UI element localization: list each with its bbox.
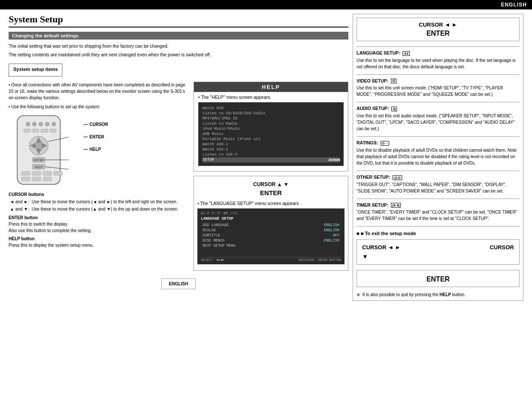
video-setup-title: VIDEO SETUP: ⊡ (357, 78, 520, 84)
lang-label-2: SUBTITLE (203, 233, 220, 238)
to-exit-title: ■ To exit the setup mode (357, 231, 520, 236)
help-bullet: • The "HELP" menu screen appears. (198, 95, 344, 100)
language-setup-text: Use this to set the language to be used … (357, 57, 520, 70)
help-header: HELP (194, 82, 348, 92)
other-setup-text: "TRIGGER OUT", "CAPTIONS", "WALL PAPER",… (357, 181, 520, 194)
exit-cursor-label: CURSOR ◄ ► (362, 244, 400, 251)
svg-rect-21 (32, 171, 41, 175)
menu-item-8: Watch AUX-2 (203, 147, 339, 152)
lang-label-1: DIALOG (203, 228, 216, 233)
divider-2 (357, 74, 520, 75)
exit-enter-label: ENTER (362, 275, 514, 283)
menu-item-7: Watch AUX-1 (203, 142, 339, 147)
cursor-top-row: CURSOR ◄ ► (362, 21, 514, 28)
cursor-top-box: CURSOR ◄ ► ENTER (357, 18, 520, 41)
video-setup-icon: ⊡ (391, 79, 397, 83)
language-setup-section: LANGUAGE SETUP: A2 Use this to set the l… (357, 50, 520, 70)
help-label-side: HELP (83, 147, 108, 152)
help-screen-mockup: Watch DVD Listen to CD/SACD/DVD-Audio MP… (198, 102, 344, 166)
timer-setup-section: TIMER SETUP: |►4| "ONCE TIMER", "EVERY T… (357, 202, 520, 222)
lang-row-3: DISC MENUS ENGLISH (201, 238, 341, 243)
bullet-2: • Use the following buttons to set up th… (9, 104, 189, 110)
help-box: HELP • The "HELP" menu screen appears. W… (194, 82, 348, 171)
remote-svg: ENTER HELP (9, 113, 82, 189)
svg-rect-7 (32, 129, 39, 132)
exit-note: ※ It is also possible to quit by pressin… (357, 292, 520, 297)
other-setup-title: OTHER SETUP: @@ (357, 174, 520, 180)
ratings-section: RATINGS: G→ Use this to disable playback… (357, 140, 520, 166)
section-changing-header: Changing the default settings (9, 32, 348, 40)
cursor-lr-label: ◄ and ►: (9, 198, 31, 205)
audio-setup-text: Use this to set this unit audio output m… (357, 113, 520, 132)
cursor-section-box: CURSOR ▲ ▼ ENTER • The "LANGUAGE SETUP" … (194, 176, 348, 271)
top-bar: ENGLISH (0, 0, 532, 9)
other-setup-section: OTHER SETUP: @@ "TRIGGER OUT", "CAPTIONS… (357, 174, 520, 194)
lang-row-1: DIALOG ENGLISH (201, 228, 341, 233)
lang-screen: A2 ⊡ 4) G→ @@ |>4| LANGUAGE SETUP OSD LA… (197, 208, 344, 264)
lang-val-3: ENGLISH (324, 239, 339, 243)
cursor-table: ◄ and ►: Use these to move the cursors (… (9, 198, 180, 213)
audio-setup-title: AUDIO SETUP: 4) (357, 106, 520, 111)
help-body: • The "HELP" menu screen appears. Watch … (194, 92, 348, 171)
lang-val-1: ENGLISH (324, 228, 339, 233)
remote-illustration: ENTER HELP (9, 113, 189, 189)
left-column: System Setup Changing the default settin… (9, 14, 348, 301)
menu-item-3: Listen to Radio (203, 121, 339, 126)
audio-setup-icon: 4) (391, 107, 397, 111)
audio-setup-section: AUDIO SETUP: 4) Use this to set this uni… (357, 106, 520, 132)
timer-setup-text: "ONCE TIMER", "EVERY TIMER" and "CLOCK S… (357, 209, 520, 222)
exit-down-label: ▼ (362, 253, 514, 260)
setup-items-title: System setup items (13, 67, 58, 72)
lang-label-0: OSD LANGUAGE (203, 223, 229, 227)
divider-1 (357, 46, 520, 47)
svg-point-4 (45, 122, 49, 126)
language-setup-icon: A2 (403, 51, 409, 56)
intro-line2: The setting contents are maintained unti… (9, 52, 348, 58)
svg-rect-24 (22, 177, 30, 181)
ratings-text: Use this to disable playback of adult DV… (357, 147, 520, 166)
svg-point-1 (26, 122, 30, 126)
page-title: System Setup (9, 14, 348, 28)
lang-row-2: SUBTITLE OFF (201, 233, 341, 238)
right-column: CURSOR ◄ ► ENTER LANGUAGE SETUP: A2 Use … (353, 14, 523, 301)
help-button-heading: HELP button (9, 236, 189, 242)
help-bold: HELP (440, 292, 451, 297)
cursor-arrows-label: CURSOR ▲ ▼ (197, 181, 344, 187)
svg-rect-22 (43, 171, 52, 175)
lang-val-2: OFF (333, 233, 339, 238)
divider-4 (357, 136, 520, 137)
exit-cursor-row: CURSOR ◄ ► CURSOR (362, 244, 514, 251)
divider-5 (357, 171, 520, 171)
divider-6 (357, 199, 520, 199)
menu-item-9: Listen to AUX-3 (203, 152, 339, 157)
help-panel: HELP • The "HELP" menu screen appears. W… (194, 82, 348, 274)
svg-point-5 (52, 122, 56, 126)
top-bar-label: ENGLISH (501, 2, 527, 8)
menu-item-4: iPod Music/Photo (203, 126, 339, 132)
cursor-label-side: CURSOR (83, 122, 108, 127)
language-setup-title: LANGUAGE SETUP: A2 (357, 50, 520, 56)
svg-rect-9 (49, 129, 56, 132)
menu-item-2: MP3/WMA/JPEG CD (203, 116, 339, 121)
lang-row-4: NEXT SETUP MENU (201, 243, 341, 248)
menu-item-6: Portable Music (Front in) (203, 137, 339, 142)
cursor-section-bullet: • The "LANGUAGE SETUP" menu screen appea… (197, 201, 344, 206)
help-button-desc: Press this to display the system setup m… (9, 242, 189, 248)
svg-text:HELP: HELP (35, 165, 43, 168)
ratings-icon: G→ (381, 141, 389, 146)
lang-icons: A2 ⊡ 4) G→ @@ |>4| (201, 211, 341, 215)
other-setup-icon: @@ (393, 175, 402, 180)
divider-3 (357, 102, 520, 102)
cursor-ud-desc: Use these to move the cursors (▲ and ▼) … (31, 205, 180, 213)
intro-line1: The initial setting that was set prior t… (9, 43, 348, 50)
setup-lower: • Once all connections with other AV com… (9, 82, 348, 274)
enter-button-line1: Press this to switch the display. (9, 221, 189, 227)
exit-enter-box: ENTER (357, 270, 520, 287)
timer-setup-title: TIMER SETUP: |►4| (357, 202, 520, 208)
ratings-title: RATINGS: G→ (357, 140, 520, 146)
cursor-enter: ENTER (197, 189, 344, 196)
exit-cursor-box: CURSOR ◄ ► CURSOR ▼ (357, 239, 520, 265)
lang-footer-left: SELECT: ▼▲◄► (201, 258, 224, 262)
menu-item-0: Watch DVD (203, 106, 339, 111)
setup-text-area: • Once all connections with other AV com… (9, 82, 189, 274)
